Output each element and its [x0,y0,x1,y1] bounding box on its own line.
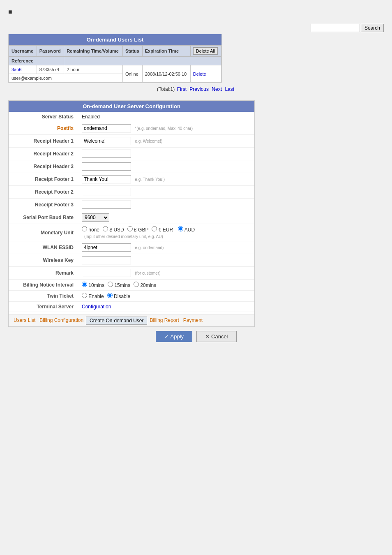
monetary-usd-radio[interactable] [103,226,108,231]
table-row: 3ao6 8733s574 2 hour Online 2008/10/12-0… [9,65,221,74]
remark-row: Remark (for customer) [9,267,254,280]
remaining-cell: 2 hour [64,65,123,74]
monetary-hint: (Input other desired monetary unit, e.g.… [84,234,163,239]
billing-notice-label: Billing Notice Interval [9,280,78,291]
billing-notice-row: Billing Notice Interval 10mins 15mins 20… [9,280,254,291]
tab-users-list[interactable]: Users List [12,317,37,325]
monetary-unit-label: Monetary Unit [9,224,78,241]
monetary-radio-group: none $ USD £ GBP € EUR AUD (Input other … [82,226,251,239]
config-container: On-demand User Server Configuration Serv… [8,100,255,327]
receipt-footer2-row: Receipt Footer 2 [9,186,254,199]
config-table: Server Status Enabled Postfix *(e.g. ond… [9,112,254,312]
pagination-first[interactable]: First [177,86,187,92]
receipt-header1-row: Receipt Header 1 e.g. Welcome!) [9,135,254,148]
wlan-essid-input[interactable] [82,243,131,252]
col-password: Password [37,46,64,57]
serial-port-select[interactable]: 9600 19200 38400 57600 115200 [82,213,109,222]
expiration-cell: 2008/10/12-02:50:10 [142,65,190,83]
cancel-label: Cancel [211,333,228,340]
receipt-header3-row: Receipt Header 3 [9,160,254,173]
terminal-server-label: Terminal Server [9,302,78,312]
tab-create-ondemand[interactable]: Create On-demand User [86,317,147,325]
pagination-last[interactable]: Last [225,86,234,92]
remark-hint: (for customer) [135,271,160,275]
receipt-header3-label: Receipt Header 3 [9,160,78,173]
delete-link[interactable]: Delete [193,72,206,76]
receipt-footer3-label: Receipt Footer 3 [9,199,78,211]
config-title: On-demand User Server Configuration [9,101,254,112]
cancel-button[interactable]: ✕ Cancel [196,331,236,342]
checkmark-icon: ✓ [164,333,169,340]
billing-20mins-radio[interactable] [134,282,139,287]
wireless-key-row: Wireless Key [9,254,254,267]
status-cell: Online [123,65,143,83]
twin-ticket-label: Twin Ticket [9,291,78,302]
pagination-next[interactable]: Next [212,86,222,92]
tab-billing-config[interactable]: Billing Configuration [38,317,85,325]
receipt-footer2-input[interactable] [82,188,131,196]
terminal-server-link[interactable]: Configuration [82,304,111,310]
receipt-header3-input[interactable] [82,162,131,171]
postfix-label: Postfix [9,122,78,135]
tab-payment[interactable]: Payment [182,317,204,325]
billing-10mins-radio[interactable] [82,282,87,287]
pagination-previous[interactable]: Previous [189,86,209,92]
tab-billing-report[interactable]: Billing Report [148,317,180,325]
col-username: Username [9,46,37,57]
receipt-header1-label: Receipt Header 1 [9,135,78,148]
monetary-none-radio[interactable] [82,226,87,231]
col-remaining: Remaining Time/Volume [64,46,123,57]
nav-tabs: Users List Billing Configuration Create … [9,314,254,326]
postfix-hint: *(e.g. ondemand, Max: 40 char) [135,126,193,131]
wlan-essid-label: WLAN ESSID [9,241,78,254]
remark-label: Remark [9,267,78,280]
receipt-footer1-label: Receipt Footer 1 [9,173,78,186]
receipt-footer2-label: Receipt Footer 2 [9,186,78,199]
wireless-key-label: Wireless Key [9,254,78,267]
twin-enable-radio[interactable] [82,293,87,298]
action-buttons: ✓ Apply ✕ Cancel [8,331,384,342]
remark-input[interactable] [82,269,131,277]
serial-port-label: Serial Port Baud Rate [9,211,78,224]
monetary-eur-radio[interactable] [152,226,157,231]
receipt-footer1-hint: e.g. Thank You!) [135,177,165,182]
serial-port-row: Serial Port Baud Rate 9600 19200 38400 5… [9,211,254,224]
pagination: (Total:1) First Previous Next Last [8,86,384,92]
monetary-aud-radio[interactable] [178,226,183,231]
receipt-header2-row: Receipt Header 2 [9,148,254,160]
pagination-total: (Total:1) [157,86,175,92]
apply-button[interactable]: ✓ Apply [156,331,193,342]
twin-disable-radio[interactable] [107,293,113,298]
postfix-row: Postfix *(e.g. ondemand, Max: 40 char) [9,122,254,135]
server-status-value: Enabled [82,114,100,120]
col-delete-all: Delete All [190,46,221,57]
col-expiration: Expiration Time [142,46,190,57]
reference-cell: user@example.com [9,74,123,83]
terminal-server-row: Terminal Server Configuration [9,302,254,312]
wlan-essid-hint: e.g. ondemand) [135,245,164,250]
postfix-input[interactable] [82,124,131,132]
receipt-header2-input[interactable] [82,150,131,158]
users-table: Username Password Remaining Time/Volume … [9,45,221,83]
billing-notice-radio-group: 10mins 15mins 20mins [82,282,158,288]
receipt-header1-input[interactable] [82,137,131,145]
users-list-container: On-demand Users List Username Password R… [8,34,222,83]
search-button[interactable]: Search [361,24,384,32]
billing-15mins-radio[interactable] [108,282,113,287]
monetary-gbp-radio[interactable] [127,226,133,231]
receipt-footer3-input[interactable] [82,201,131,209]
twin-ticket-radio-group: Enable Disable [82,293,132,299]
server-status-row: Server Status Enabled [9,112,254,122]
search-bar: Search [170,24,384,32]
col-status: Status [123,46,143,57]
username-link[interactable]: 3ao6 [12,67,21,72]
bullet-point: ■ [8,8,384,16]
delete-all-button[interactable]: Delete All [193,47,218,55]
receipt-footer1-input[interactable] [82,175,131,183]
search-input[interactable] [311,24,360,32]
server-status-label: Server Status [9,112,78,122]
receipt-header2-label: Receipt Header 2 [9,148,78,160]
wireless-key-input[interactable] [82,256,131,264]
wlan-essid-row: WLAN ESSID e.g. ondemand) [9,241,254,254]
receipt-footer3-row: Receipt Footer 3 [9,199,254,211]
